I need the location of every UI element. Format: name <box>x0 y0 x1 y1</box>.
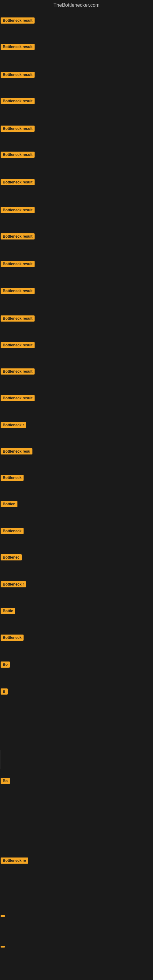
bottleneck-item[interactable]: B <box>1 689 8 696</box>
bottleneck-badge: Bottle <box>1 608 15 614</box>
bottleneck-item[interactable]: Bottleneck result <box>1 179 35 186</box>
bottleneck-item[interactable]: Bottleneck result <box>1 288 35 295</box>
bottleneck-badge: Bottlen <box>1 501 18 507</box>
bottleneck-badge: Bottleneck <box>1 635 24 641</box>
bottleneck-item[interactable]: Bottleneck r <box>1 422 26 430</box>
bottleneck-badge: Bottleneck r <box>1 422 26 428</box>
bottleneck-item[interactable]: Bottleneck result <box>1 315 35 323</box>
bottleneck-item[interactable]: Bottleneck result <box>1 368 35 376</box>
bottleneck-badge <box>1 915 5 917</box>
bottleneck-item[interactable]: Bottleneck <box>1 635 24 642</box>
bottleneck-badge: Bottleneck r <box>1 581 26 587</box>
bottleneck-badge: Bottleneck result <box>1 207 35 213</box>
bottleneck-badge: Bottleneck result <box>1 18 35 24</box>
bottleneck-badge: Bottleneck result <box>1 395 35 401</box>
bottleneck-badge: Bottleneck result <box>1 179 35 185</box>
bottleneck-badge: Bottleneck result <box>1 342 35 348</box>
bottleneck-item[interactable]: Bottleneck r <box>1 581 26 589</box>
bottleneck-badge: Bottleneck result <box>1 261 35 267</box>
bottleneck-badge: Bottleneck result <box>1 288 35 294</box>
bottleneck-badge: B <box>1 689 8 695</box>
bottleneck-badge: Bottleneck <box>1 528 24 534</box>
bottleneck-item[interactable]: Bottleneck result <box>1 261 35 268</box>
bottleneck-badge: Bottleneck result <box>1 126 35 132</box>
bottleneck-badge: Bottleneck result <box>1 233 35 240</box>
bottleneck-item[interactable]: Bo <box>1 662 10 669</box>
bottleneck-badge: Bottleneck result <box>1 151 35 158</box>
bottleneck-item[interactable]: Bottleneck result <box>1 44 35 51</box>
bottleneck-item[interactable] <box>1 913 5 918</box>
bottleneck-item[interactable]: Bottleneck <box>1 528 24 535</box>
bottleneck-badge: Bottleneck result <box>1 315 35 321</box>
bottleneck-badge <box>1 946 5 948</box>
bottleneck-badge: Bottleneck <box>1 475 24 481</box>
site-title: TheBottlenecker.com <box>0 0 153 9</box>
bottleneck-item[interactable]: Bottlen <box>1 501 18 508</box>
bottleneck-badge: Bo <box>1 778 10 784</box>
bottleneck-badge: Bottleneck re <box>1 858 28 864</box>
bottleneck-item[interactable]: Bottleneck result <box>1 18 35 25</box>
bottleneck-item[interactable]: Bottle <box>1 608 15 615</box>
bottleneck-badge: Bottleneck result <box>1 44 35 50</box>
bottleneck-item[interactable]: Bottleneck result <box>1 98 35 105</box>
bottleneck-item[interactable]: Bottleneck resu <box>1 449 32 456</box>
bottleneck-item[interactable]: Bottleneck result <box>1 126 35 133</box>
bottleneck-item[interactable]: Bottleneck result <box>1 342 35 350</box>
bottleneck-item[interactable] <box>1 943 5 949</box>
bottleneck-item[interactable]: Bottleneck re <box>1 858 28 865</box>
bottleneck-item[interactable]: Bottleneck <box>1 475 24 482</box>
bottleneck-item[interactable]: Bottleneck result <box>1 72 35 79</box>
bottleneck-badge: Bottleneck result <box>1 72 35 78</box>
bottleneck-badge: Bottleneck result <box>1 98 35 104</box>
bottleneck-item[interactable]: Bottleneck result <box>1 207 35 215</box>
bottleneck-item[interactable]: Bo <box>1 778 10 785</box>
bottleneck-item[interactable]: Bottleneck result <box>1 395 35 402</box>
bottleneck-item[interactable]: Bottleneck result <box>1 151 35 159</box>
bottleneck-badge: Bo <box>1 662 10 668</box>
bottleneck-badge: Bottleneck resu <box>1 449 32 455</box>
bottleneck-badge: Bottleneck result <box>1 368 35 375</box>
bottleneck-badge: Bottlenec <box>1 554 22 560</box>
bottleneck-item[interactable]: Bottlenec <box>1 554 22 562</box>
bottleneck-item[interactable]: Bottleneck result <box>1 233 35 241</box>
